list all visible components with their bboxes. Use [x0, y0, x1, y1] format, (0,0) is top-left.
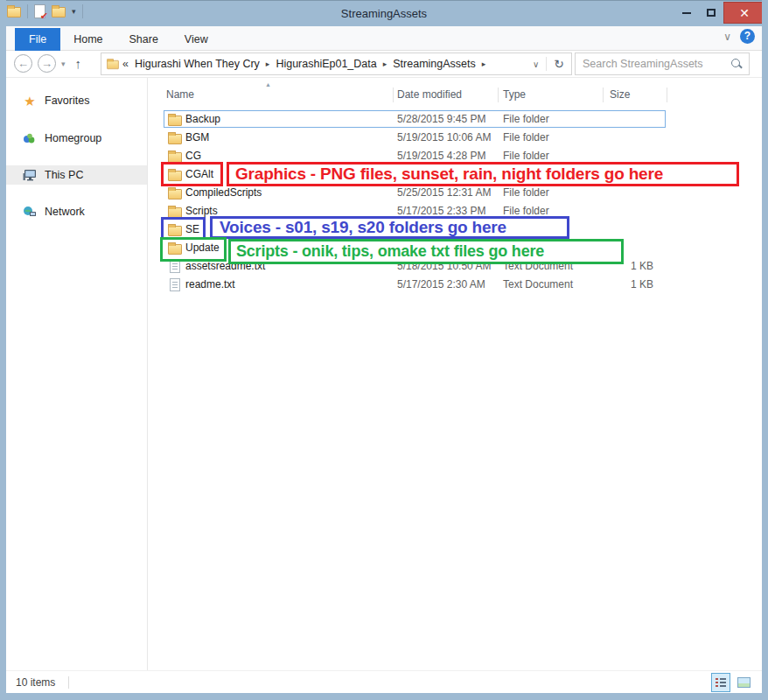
text-file-icon	[170, 260, 180, 273]
ribbon-right-controls: ∨ ?	[723, 29, 755, 44]
computer-icon	[22, 168, 38, 182]
breadcrumb-separator-icon[interactable]: ▸	[263, 60, 273, 68]
recent-locations-dropdown-icon[interactable]: ▾	[61, 60, 66, 68]
search-box	[575, 52, 750, 75]
table-row-compiledscripts[interactable]: CompiledScripts 5/25/2015 12:31 AM File …	[162, 184, 678, 202]
file-date: 5/25/2015 12:31 AM	[397, 184, 491, 202]
annotation-red-highlight-box	[161, 162, 223, 186]
sidebar-item-favorites[interactable]: ★ Favorites	[6, 91, 147, 110]
file-type: File folder	[503, 110, 549, 129]
thumbnails-view-icon	[737, 677, 751, 688]
file-name: CompiledScripts	[185, 184, 262, 202]
navigation-bar: ← → ▾ ↑ « Higurashi When They Cry ▸ Higu…	[6, 51, 762, 78]
breadcrumb-overflow[interactable]: «	[120, 58, 131, 70]
expand-ribbon-icon[interactable]: ∨	[723, 31, 731, 43]
window-controls: ✕	[674, 2, 765, 24]
annotation-red-label: Graphics - PNG files, sunset, rain, nigh…	[227, 162, 739, 186]
annotation-green-text: Scripts - onik, tips, omake txt files go…	[236, 242, 544, 261]
sidebar-item-label: Favorites	[45, 94, 89, 107]
network-icon	[22, 205, 38, 219]
text-file-icon	[170, 278, 180, 291]
tab-share[interactable]: Share	[116, 28, 171, 51]
ribbon-tabs: File Home Share View	[15, 28, 221, 51]
breadcrumb-separator-icon[interactable]: ▸	[479, 60, 489, 68]
location-folder-icon	[107, 60, 119, 69]
column-resize-handle[interactable]	[498, 88, 499, 102]
table-row-readme[interactable]: readme.txt 5/17/2015 2:30 AM Text Docume…	[162, 276, 678, 294]
forward-button[interactable]: →	[38, 54, 56, 73]
file-type: Text Document	[503, 276, 573, 294]
column-header-size[interactable]: Size	[610, 84, 630, 105]
nav-buttons: ← → ▾ ↑	[14, 54, 81, 73]
status-bar: 10 items	[6, 670, 762, 693]
minimize-button[interactable]	[674, 2, 699, 24]
minimize-icon	[682, 12, 691, 14]
window-title: StreamingAssets	[0, 1, 768, 27]
column-resize-handle[interactable]	[667, 88, 667, 102]
annotation-blue-text: Voices - s01, s19, s20 folders go here	[220, 218, 506, 237]
file-date: 5/19/2015 10:06 AM	[397, 129, 491, 147]
tab-view[interactable]: View	[171, 28, 221, 51]
close-icon: ✕	[739, 6, 750, 20]
folder-icon	[168, 134, 182, 144]
search-input[interactable]	[576, 58, 730, 70]
column-resize-handle[interactable]	[603, 88, 604, 102]
view-toggle-buttons	[711, 673, 753, 692]
up-button[interactable]: ↑	[75, 56, 82, 71]
sidebar-item-this-pc[interactable]: This PC	[6, 165, 147, 185]
breadcrumb-item[interactable]: HigurashiEp01_Data	[272, 58, 380, 70]
sidebar-item-network[interactable]: Network	[6, 202, 147, 221]
navigation-pane: ★ Favorites Homegroup This PC Network	[6, 78, 147, 670]
breadcrumb-separator-icon[interactable]: ▸	[381, 60, 390, 68]
column-header-row: ▲ Name Date modified Type Size	[147, 84, 762, 105]
breadcrumb-item[interactable]: Higurashi When They Cry	[131, 58, 263, 70]
help-icon[interactable]: ?	[740, 29, 755, 44]
address-right-controls: ∨ ↻	[526, 57, 571, 71]
file-name: readme.txt	[185, 276, 235, 294]
folder-icon	[168, 189, 182, 200]
tab-file[interactable]: File	[15, 28, 60, 51]
breadcrumb-item[interactable]: StreamingAssets	[389, 58, 478, 70]
file-date: 5/17/2015 2:30 AM	[397, 276, 485, 294]
refresh-icon[interactable]: ↻	[546, 57, 571, 71]
annotation-blue-label: Voices - s01, s19, s20 folders go here	[210, 216, 569, 239]
column-header-type[interactable]: Type	[503, 84, 526, 105]
column-header-name[interactable]: Name	[166, 84, 194, 105]
file-type: File folder	[503, 184, 549, 202]
column-resize-handle[interactable]	[393, 88, 394, 102]
sidebar-item-homegroup[interactable]: Homegroup	[6, 129, 147, 148]
title-bar: ▾ StreamingAssets ✕	[0, 0, 768, 26]
pane-divider	[147, 78, 148, 670]
ribbon-tab-bar: File Home Share View ∨ ?	[6, 26, 762, 51]
folder-icon	[168, 116, 182, 126]
column-header-date-modified[interactable]: Date modified	[397, 84, 462, 105]
table-row-backup[interactable]: Backup 5/28/2015 9:45 PM File folder	[162, 110, 678, 129]
table-row-bgm[interactable]: BGM 5/19/2015 10:06 AM File folder	[162, 129, 678, 147]
search-icon[interactable]	[730, 57, 744, 71]
annotation-green-highlight-box	[160, 237, 227, 262]
close-button[interactable]: ✕	[723, 2, 765, 24]
sidebar-item-label: This PC	[45, 169, 83, 181]
file-type: File folder	[503, 129, 549, 147]
file-size: 1 KB	[599, 276, 653, 294]
homegroup-icon	[22, 131, 38, 145]
sort-ascending-icon: ▲	[265, 81, 271, 88]
explorer-window: ▾ StreamingAssets ✕ File Home Share View…	[0, 0, 768, 700]
sidebar-item-label: Network	[45, 206, 85, 218]
details-view-icon	[716, 677, 726, 688]
file-name: Backup	[185, 110, 220, 129]
sidebar-item-label: Homegroup	[45, 132, 101, 144]
address-bar[interactable]: « Higurashi When They Cry ▸ HigurashiEp0…	[101, 52, 572, 75]
file-date: 5/28/2015 9:45 PM	[397, 110, 485, 129]
maximize-icon	[707, 9, 716, 17]
details-view-button[interactable]	[711, 673, 730, 692]
maximize-button[interactable]	[699, 2, 723, 24]
item-count: 10 items	[16, 671, 55, 694]
back-button[interactable]: ←	[14, 54, 32, 73]
annotation-green-label: Scripts - onik, tips, omake txt files go…	[228, 239, 624, 264]
annotation-red-text: Graphics - PNG files, sunset, rain, nigh…	[235, 164, 663, 184]
favorites-star-icon: ★	[22, 94, 38, 108]
thumbnails-view-button[interactable]	[734, 673, 753, 692]
tab-home[interactable]: Home	[60, 28, 115, 51]
address-dropdown-icon[interactable]: ∨	[526, 60, 546, 69]
